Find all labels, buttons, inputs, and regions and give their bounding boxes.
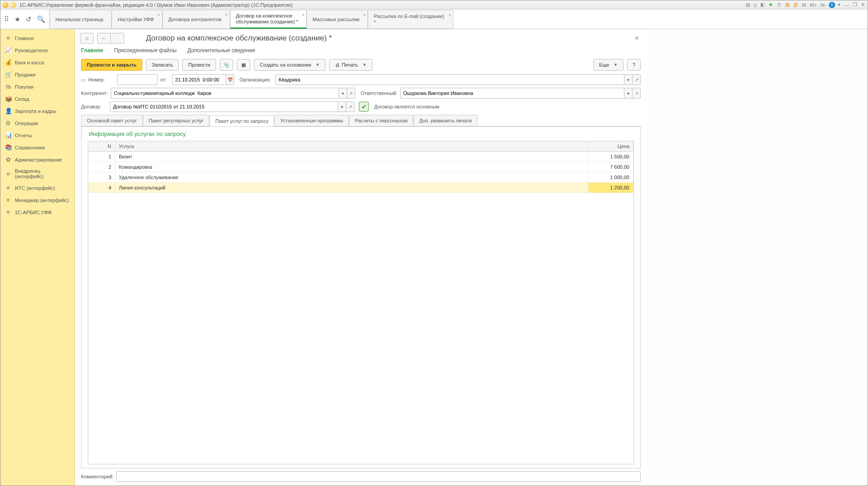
table-row[interactable]: 1Визит1 500,00	[88, 152, 633, 162]
subtab[interactable]: Главное	[81, 47, 103, 54]
sidebar-item[interactable]: ✿Администрирование	[0, 153, 74, 166]
open-icon[interactable]: ↗	[633, 74, 641, 85]
sidebar-item[interactable]: 🛒Продажи	[0, 68, 74, 81]
number-label: Номер:	[88, 77, 114, 82]
main-contract-checkbox[interactable]: ✔	[359, 102, 369, 112]
calendar-icon[interactable]: 📅	[226, 74, 234, 85]
dropdown-icon[interactable]: ▾	[624, 88, 633, 99]
contract-field[interactable]	[110, 101, 338, 112]
open-icon[interactable]: ↗	[633, 88, 641, 99]
responsible-field[interactable]	[400, 88, 624, 99]
post-and-close-button[interactable]: Провести и закрыть	[81, 59, 142, 71]
top-tab[interactable]: Договора контрагентов×	[163, 10, 230, 29]
sidebar-item[interactable]: 💰Банк и касса	[0, 56, 74, 68]
table-row[interactable]: 4Линия консультаций1 200,00	[88, 183, 633, 193]
organization-field[interactable]	[276, 74, 624, 85]
post-button[interactable]: Провести	[182, 59, 216, 71]
sys-icon[interactable]: ◧	[760, 2, 766, 8]
home-button[interactable]: ⌂	[80, 33, 94, 44]
sys-icon[interactable]: ⏱	[776, 2, 782, 8]
top-tab[interactable]: Рассылка по E-mail (создание) *×	[368, 10, 453, 29]
top-tab[interactable]: Начальная страница	[50, 10, 112, 29]
forward-button[interactable]: →	[111, 33, 124, 44]
comment-field[interactable]	[116, 471, 641, 482]
table-row[interactable]: 2Командировка7 600,00	[88, 162, 633, 172]
contragent-label: Контрагент:	[81, 90, 108, 96]
grid-icon[interactable]: ⠿	[4, 15, 9, 23]
inner-tab[interactable]: Пакет услуг по запросу	[209, 115, 274, 126]
top-tab[interactable]: Договор на комплексноеобслуживание (созд…	[230, 10, 307, 29]
tab-close-icon[interactable]: ×	[158, 12, 160, 18]
print-button[interactable]: 🖨Печать▼	[329, 59, 372, 71]
sidebar-item[interactable]: ⚙Операции	[0, 117, 74, 129]
date-field[interactable]	[172, 74, 226, 85]
sys-icon[interactable]: 🗐	[792, 2, 799, 8]
sidebar-item[interactable]: 👤Зарплата и кадры	[0, 105, 74, 117]
dropdown-icon[interactable]: ▾	[339, 88, 347, 99]
inner-tab[interactable]: Расчеты с персоналом	[349, 115, 413, 126]
sidebar-item[interactable]: 🛍Покупки	[0, 81, 74, 93]
sidebar-item[interactable]: 📦Склад	[0, 93, 74, 105]
attach-button[interactable]: 📎	[220, 59, 233, 71]
col-price-header[interactable]: Цена	[588, 141, 633, 151]
table-row[interactable]: 3Удаленное обслуживание1 000,00	[88, 172, 633, 183]
sidebar-item[interactable]: ≡1С-АРБИС:УФФ	[0, 206, 74, 218]
cell-price: 1 500,00	[588, 152, 633, 162]
search-icon[interactable]: 🔍	[37, 15, 45, 23]
save-button[interactable]: Записать	[146, 59, 179, 71]
star-icon[interactable]: ★	[14, 15, 20, 23]
col-n-header[interactable]: N	[88, 141, 115, 151]
sys-icon[interactable]: ▤	[745, 2, 751, 8]
history-icon[interactable]: ↺	[26, 15, 32, 23]
contract-label: Договор:	[81, 104, 107, 109]
sidebar-item[interactable]: ≡Внедренец (интерфейс)	[0, 166, 74, 182]
sidebar-item[interactable]: ≡Главное	[0, 32, 74, 44]
tab-close-icon[interactable]: ×	[302, 12, 304, 18]
sys-icon[interactable]: ★	[768, 2, 774, 8]
inner-tab[interactable]: Пакет регулярных услуг	[143, 115, 209, 126]
subtab[interactable]: Присоединенные файлы	[114, 47, 176, 54]
dropdown-icon[interactable]: ▾	[837, 2, 841, 8]
sys-mplus[interactable]: M+	[809, 2, 818, 8]
create-based-button[interactable]: Создать на основании▼	[254, 59, 326, 71]
top-tab[interactable]: Массовые рассылки×	[307, 10, 368, 29]
nav-icon: 🛒	[5, 71, 11, 78]
close-icon[interactable]: ✕	[860, 2, 866, 8]
more-button[interactable]: Еще▼	[593, 59, 624, 71]
inner-tab[interactable]: Доп. реквизиты печати	[413, 115, 477, 126]
sidebar-item[interactable]: 📊Отчеты	[0, 129, 74, 141]
inner-tab[interactable]: Основной пакет услуг	[81, 115, 143, 126]
sys-m[interactable]: M	[801, 2, 807, 8]
sidebar-item-label: Руководителю	[15, 48, 48, 53]
subtab[interactable]: Дополнительные сведения	[187, 47, 255, 54]
sidebar-item[interactable]: 📚Справочники	[0, 141, 74, 153]
back-button[interactable]: ←	[97, 33, 111, 44]
sys-mminus[interactable]: M-	[819, 2, 827, 8]
structure-button[interactable]: ▦	[237, 59, 250, 71]
tab-close-icon[interactable]: ×	[363, 12, 366, 18]
dropdown-icon[interactable]: ▾	[338, 101, 346, 112]
minimize-icon[interactable]: —	[843, 2, 850, 8]
number-field[interactable]	[117, 74, 158, 85]
open-icon[interactable]: ↗	[346, 101, 354, 112]
dropdown-icon[interactable]: ▾	[624, 74, 633, 85]
tab-close-icon[interactable]: ×	[449, 12, 452, 18]
inner-tabs: Основной пакет услугПакет регулярных усл…	[81, 115, 641, 126]
sys-icon[interactable]: ⎙	[753, 2, 758, 8]
sidebar-item[interactable]: 📈Руководителю	[0, 44, 74, 56]
sys-icon[interactable]: ▦	[784, 2, 791, 8]
close-page-icon[interactable]: ×	[632, 34, 642, 42]
maximize-icon[interactable]: ❐	[852, 2, 858, 8]
tab-close-icon[interactable]: ×	[225, 12, 228, 18]
help-button[interactable]: ?	[627, 59, 641, 71]
contragent-field[interactable]	[111, 88, 339, 99]
info-icon[interactable]: i	[829, 2, 835, 8]
inner-tab[interactable]: Установленные программы	[274, 115, 349, 126]
top-tab[interactable]: Настройки УФФ×	[112, 10, 162, 29]
col-service-header[interactable]: Услуга	[115, 141, 588, 151]
sidebar-item[interactable]: ≡ИТС (интерфейс)	[0, 182, 74, 194]
sidebar-item[interactable]: ≡Менеджер (интерфейс)	[0, 194, 74, 206]
nav-icon: ≡	[5, 35, 11, 41]
open-icon[interactable]: ↗	[347, 88, 355, 99]
cell-n: 3	[88, 172, 115, 182]
